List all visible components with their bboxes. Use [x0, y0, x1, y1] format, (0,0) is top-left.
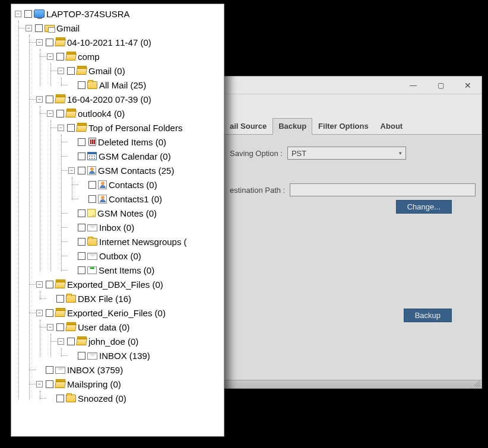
- tree-node[interactable]: − Exported_Kerio_Files (0): [36, 306, 224, 320]
- node-label: INBOX (139): [99, 351, 150, 360]
- tree-node[interactable]: GSM Calendar (0): [68, 149, 224, 163]
- collapse-icon[interactable]: −: [47, 110, 53, 117]
- collapse-icon[interactable]: −: [26, 25, 32, 31]
- tree-node[interactable]: Internet Newsgroups (: [68, 234, 224, 249]
- node-label: Gmail (0): [88, 66, 125, 75]
- tree-node[interactable]: Contacts (0): [79, 177, 224, 192]
- node-label: outlook4 (0): [78, 109, 125, 118]
- node-label: INBOX (3759): [67, 366, 123, 374]
- checkbox[interactable]: [78, 238, 85, 246]
- collapse-icon[interactable]: −: [36, 381, 43, 387]
- tree-node-gmail[interactable]: − Gmail: [26, 21, 224, 35]
- node-label: GSM Calendar (0): [99, 152, 171, 161]
- folder-icon: [66, 395, 76, 402]
- checkbox[interactable]: [88, 181, 96, 189]
- checkbox[interactable]: [46, 309, 53, 317]
- checkbox[interactable]: [78, 152, 85, 160]
- collapse-icon[interactable]: −: [68, 167, 75, 174]
- tree-node[interactable]: GSM Notes (0): [68, 206, 224, 220]
- node-label: Snoozed (0): [78, 394, 126, 403]
- checkbox[interactable]: [78, 352, 85, 360]
- tree-node[interactable]: − Gmail (0): [58, 63, 224, 78]
- checkbox[interactable]: [46, 366, 53, 374]
- tree-node[interactable]: − 04-10-2021 11-47 (0): [36, 35, 224, 49]
- node-label: Inbox (0): [99, 223, 134, 232]
- trash-icon: [88, 138, 96, 146]
- folder-open-icon: [65, 53, 77, 61]
- collapse-icon[interactable]: −: [58, 68, 64, 74]
- tree-node-root[interactable]: − LAPTOP-374SUSRA: [15, 7, 224, 21]
- checkbox[interactable]: [46, 96, 53, 103]
- tree-node[interactable]: INBOX (3759): [36, 363, 224, 377]
- collapse-icon[interactable]: −: [36, 281, 43, 288]
- tree-node[interactable]: − Mailspring (0): [36, 377, 224, 391]
- tree-node[interactable]: Snoozed (0): [47, 391, 224, 405]
- tree-node[interactable]: − john_doe (0): [58, 334, 224, 348]
- collapse-icon[interactable]: −: [15, 11, 21, 17]
- checkbox[interactable]: [56, 53, 64, 61]
- checkbox[interactable]: [56, 110, 64, 117]
- folder-open-icon: [76, 125, 87, 132]
- tree-node[interactable]: Inbox (0): [68, 220, 224, 234]
- checkbox[interactable]: [56, 323, 64, 331]
- checkbox[interactable]: [56, 295, 64, 303]
- checkbox[interactable]: [78, 266, 85, 274]
- mailbox-icon: [45, 25, 55, 32]
- node-label: john_doe (0): [88, 337, 138, 346]
- checkbox[interactable]: [56, 395, 64, 402]
- checkbox[interactable]: [78, 138, 85, 146]
- tree-node[interactable]: All Mail (25): [68, 78, 224, 92]
- tree-node[interactable]: Sent Items (0): [68, 263, 224, 277]
- folder-open-icon: [65, 324, 77, 331]
- collapse-icon[interactable]: −: [36, 310, 43, 316]
- checkbox[interactable]: [46, 281, 53, 288]
- checkbox[interactable]: [35, 24, 43, 32]
- collapse-icon[interactable]: −: [47, 324, 53, 331]
- checkbox[interactable]: [78, 81, 85, 89]
- tree-node[interactable]: DBX File (16): [47, 291, 224, 306]
- checkbox[interactable]: [67, 124, 75, 132]
- tree-node[interactable]: − 16-04-2020 07-39 (0): [36, 92, 224, 106]
- tree-node[interactable]: Deleted Items (0): [68, 135, 224, 149]
- checkbox[interactable]: [78, 252, 85, 260]
- collapse-icon[interactable]: −: [36, 96, 43, 103]
- mail-icon: [87, 352, 97, 360]
- checkbox[interactable]: [24, 10, 32, 18]
- node-label: Exported_Kerio_Files (0): [67, 309, 166, 317]
- tree-node[interactable]: − comp: [47, 49, 224, 63]
- checkbox[interactable]: [67, 67, 75, 75]
- node-label: Exported_DBX_Files (0): [67, 280, 163, 289]
- tree-node[interactable]: − Top of Personal Folders: [58, 120, 224, 135]
- tree-node[interactable]: INBOX (139): [68, 348, 224, 363]
- checkbox[interactable]: [46, 380, 53, 388]
- checkbox[interactable]: [78, 167, 85, 174]
- collapse-icon[interactable]: −: [36, 39, 43, 46]
- checkbox[interactable]: [46, 39, 53, 46]
- collapse-icon[interactable]: −: [47, 53, 53, 60]
- node-label: Contacts (0): [109, 180, 157, 189]
- folder-open-icon: [76, 338, 87, 345]
- tree-node[interactable]: Outbox (0): [68, 249, 224, 263]
- folder-open-icon: [55, 310, 66, 317]
- node-label: comp: [78, 52, 100, 61]
- collapse-icon[interactable]: −: [58, 125, 64, 131]
- tree-node[interactable]: − User data (0): [47, 320, 224, 334]
- folder-open-icon: [55, 281, 66, 288]
- contacts-icon: [98, 195, 107, 204]
- checkbox[interactable]: [67, 338, 75, 345]
- folder-icon: [87, 81, 97, 89]
- contacts-icon: [98, 180, 107, 189]
- folder-open-icon: [76, 68, 87, 75]
- tree-node[interactable]: Contacts1 (0): [79, 192, 224, 206]
- tree-node[interactable]: − outlook4 (0): [47, 106, 224, 120]
- tree-node[interactable]: − GSM Contacts (25): [68, 163, 224, 177]
- checkbox[interactable]: [78, 209, 85, 217]
- collapse-icon[interactable]: −: [58, 338, 64, 345]
- tree-node[interactable]: − Exported_DBX_Files (0): [36, 277, 224, 291]
- mail-icon: [87, 224, 97, 231]
- checkbox[interactable]: [88, 195, 96, 203]
- node-label: All Mail (25): [99, 81, 146, 90]
- node-label: DBX File (16): [78, 294, 131, 303]
- backup-dialog-window: — ▢ ✕ ail Source Backup Filter Options A…: [223, 76, 482, 389]
- checkbox[interactable]: [78, 224, 85, 231]
